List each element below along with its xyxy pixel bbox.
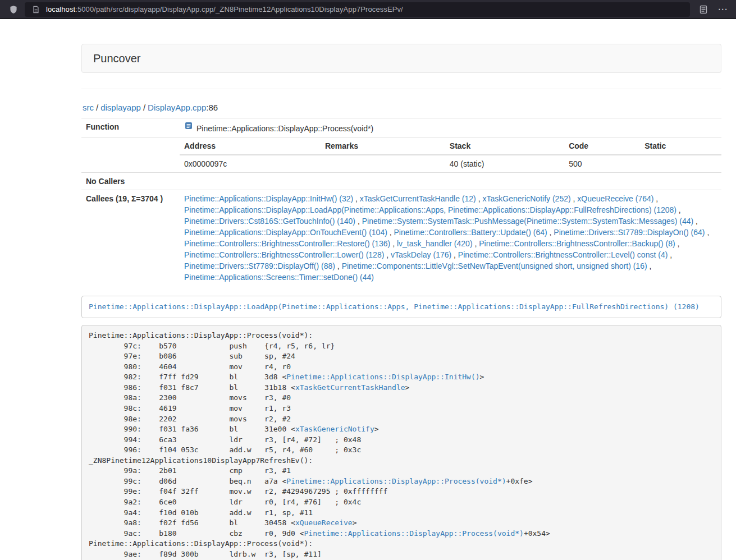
callee-link[interactable]: Pinetime::Applications::DisplayApp::OnTo… (184, 228, 387, 237)
breadcrumb-line-number: :86 (206, 103, 218, 112)
breadcrumb-separator: / (96, 103, 98, 112)
callers-row: No Callers (81, 173, 721, 190)
callees-list: Pinetime::Applications::DisplayApp::Init… (180, 190, 721, 286)
asm-symbol-link[interactable]: xQueueReceive (295, 518, 353, 527)
function-type-icon (184, 121, 193, 133)
breadcrumb-link-src[interactable]: src (83, 103, 94, 112)
url-path: :5000/path/src/displayapp/DisplayApp.cpp… (75, 5, 403, 13)
metrics-header-row: Address Remarks Stack Code Static (180, 137, 721, 155)
breadcrumb: src/displayapp/DisplayApp.cpp:86 (83, 103, 721, 112)
stack-value: 40 (static) (445, 155, 564, 172)
column-code: Code (564, 137, 640, 155)
app-header-panel: Puncover (81, 44, 721, 73)
breadcrumb-separator: / (143, 103, 145, 112)
callee-link[interactable]: xTaskGetCurrentTaskHandle (12) (360, 194, 476, 203)
callee-link[interactable]: Pinetime::Controllers::Battery::Update()… (394, 228, 547, 237)
remarks-value (321, 155, 445, 172)
page-content: Puncover src/displayapp/DisplayApp.cpp:8… (81, 44, 721, 560)
callee-link[interactable]: xQueueReceive (764) (577, 194, 653, 203)
url-bar[interactable]: localhost:5000/path/src/displayapp/Displ… (25, 2, 690, 17)
column-static: Static (640, 137, 721, 155)
callee-link[interactable]: Pinetime::Controllers::BrightnessControl… (184, 239, 390, 248)
assembly-code: Pinetime::Applications::DisplayApp::Proc… (81, 325, 721, 560)
metrics-row: Address Remarks Stack Code Static 0x0000… (81, 137, 721, 173)
column-address: Address (180, 137, 321, 155)
metrics-label-spacer (81, 137, 180, 173)
address-value: 0x0000097c (180, 155, 321, 172)
callee-link[interactable]: Pinetime::Applications::DisplayApp::Load… (184, 205, 676, 214)
callees-label: Callees (19, Σ=3704 ) (81, 190, 180, 286)
no-callers-label: No Callers (81, 173, 180, 190)
overflow-menu-icon[interactable]: ⋯ (716, 3, 729, 16)
callee-link[interactable]: Pinetime::Drivers::Cst816S::GetTouchInfo… (184, 217, 355, 226)
column-remarks: Remarks (321, 137, 445, 155)
function-name: Pinetime::Applications::DisplayApp::Proc… (196, 124, 373, 133)
breadcrumb-link-displayapp[interactable]: displayapp (100, 103, 141, 112)
column-stack: Stack (445, 137, 564, 155)
metrics-cell: Address Remarks Stack Code Static 0x0000… (180, 137, 721, 173)
callee-link[interactable]: xTaskGenericNotify (252) (482, 194, 570, 203)
url-text: localhost:5000/path/src/displayapp/Displ… (46, 5, 403, 13)
static-value (640, 155, 721, 172)
function-name-cell: Pinetime::Applications::DisplayApp::Proc… (180, 118, 721, 137)
callee-link[interactable]: Pinetime::Controllers::BrightnessControl… (184, 250, 384, 259)
callee-link[interactable]: Pinetime::Components::LittleVgl::SetNewT… (342, 261, 647, 270)
asm-symbol-link[interactable]: Pinetime::Applications::DisplayApp::Proc… (304, 529, 524, 538)
callee-link[interactable]: Pinetime::Applications::Screens::Timer::… (184, 273, 374, 282)
callee-link[interactable]: Pinetime::Drivers::St7789::DisplayOn() (… (554, 228, 705, 237)
callee-link[interactable]: Pinetime::Applications::DisplayApp::Init… (184, 194, 353, 203)
function-table: Function Pinetime::Applications::Display… (81, 118, 721, 286)
function-label: Function (81, 118, 180, 137)
asm-symbol-link[interactable]: Pinetime::Applications::DisplayApp::Init… (286, 373, 479, 381)
asm-symbol-link[interactable]: Pinetime::Applications::DisplayApp::Proc… (286, 477, 506, 485)
symbol-panel: Pinetime::Applications::DisplayApp::Load… (81, 296, 721, 318)
symbol-link[interactable]: Pinetime::Applications::DisplayApp::Load… (89, 302, 700, 311)
metrics-table: Address Remarks Stack Code Static 0x0000… (180, 137, 721, 172)
callee-link[interactable]: lv_task_handler (420) (397, 239, 473, 248)
app-title: Puncover (93, 52, 141, 65)
callee-link[interactable]: Pinetime::Controllers::BrightnessControl… (479, 239, 675, 248)
code-value: 500 (564, 155, 640, 172)
browser-toolbar: localhost:5000/path/src/displayapp/Displ… (0, 0, 736, 19)
callers-cell (180, 173, 721, 190)
callee-link[interactable]: Pinetime::Controllers::BrightnessControl… (458, 250, 668, 259)
reader-view-icon[interactable] (697, 3, 710, 16)
url-host: localhost (46, 5, 75, 13)
shield-icon[interactable] (7, 3, 20, 16)
metrics-value-row: 0x0000097c 40 (static) 500 (180, 155, 721, 172)
page-info-icon[interactable] (29, 3, 43, 16)
function-row: Function Pinetime::Applications::Display… (81, 118, 721, 137)
callee-link[interactable]: vTaskDelay (176) (391, 250, 451, 259)
callee-link[interactable]: Pinetime::Drivers::St7789::DisplayOff() … (184, 261, 335, 270)
breadcrumb-link-file[interactable]: DisplayApp.cpp (148, 103, 206, 112)
divider (81, 89, 721, 89)
asm-symbol-link[interactable]: xTaskGenericNotify (295, 425, 374, 433)
asm-symbol-link[interactable]: xTaskGetCurrentTaskHandle (295, 383, 405, 392)
callee-link[interactable]: Pinetime::System::SystemTask::PushMessag… (362, 217, 694, 226)
callees-row: Callees (19, Σ=3704 ) Pinetime::Applicat… (81, 190, 721, 286)
